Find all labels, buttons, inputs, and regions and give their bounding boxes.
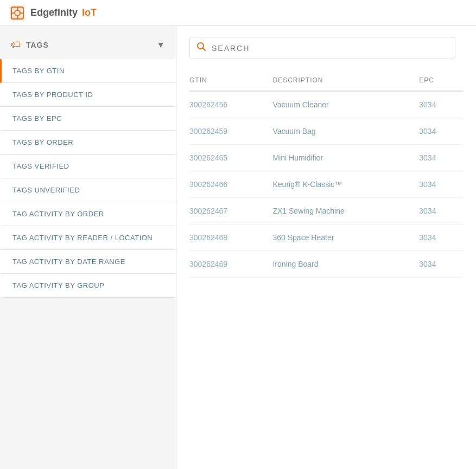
- cell-gtin: 300262466: [189, 171, 272, 198]
- cell-gtin: 300262465: [189, 145, 272, 171]
- app-header: Edgefinity IoT: [0, 0, 476, 26]
- logo-icon: [9, 4, 26, 22]
- table-body: 300262456 Vacuum Cleaner 3034 300262459 …: [189, 91, 463, 278]
- cell-description: ZX1 Sewing Machine: [272, 198, 419, 224]
- table-row: 300262459 Vacuum Bag 3034: [189, 118, 463, 145]
- cell-description: Keurig® K-Classic™: [272, 171, 419, 198]
- sidebar-item-tag-activity-by-order[interactable]: TAG ACTIVITY BY ORDER: [0, 202, 176, 226]
- cell-epc: 3034: [419, 145, 463, 171]
- table-header: GTIN DESCRIPTION EPC: [189, 72, 463, 91]
- cell-gtin: 300262456: [189, 91, 272, 118]
- sidebar-item-tags-unverified[interactable]: TAGS UNVERIFIED: [0, 178, 176, 202]
- data-table: GTIN DESCRIPTION EPC 300262456 Vacuum Cl…: [189, 72, 463, 278]
- cell-epc: 3034: [419, 251, 463, 278]
- table-row: 300262465 Mini Humidifier 3034: [189, 145, 463, 171]
- app-logo: Edgefinity IoT: [9, 4, 97, 22]
- sidebar-item-tag-activity-by-group[interactable]: TAG ACTIVITY BY GROUP: [0, 274, 176, 298]
- table-row: 300262467 ZX1 Sewing Machine 3034: [189, 198, 463, 224]
- chevron-down-icon[interactable]: ▼: [156, 40, 165, 50]
- sidebar: 🏷 TAGS ▼ TAGS BY GTIN TAGS BY PRODUCT ID…: [0, 26, 176, 469]
- sidebar-item-tags-by-order[interactable]: TAGS BY ORDER: [0, 131, 176, 155]
- table-row: 300262466 Keurig® K-Classic™ 3034: [189, 171, 463, 198]
- search-icon: [196, 42, 206, 54]
- cell-description: Vacuum Bag: [272, 118, 419, 145]
- sidebar-tags-header: 🏷 TAGS ▼: [0, 35, 176, 55]
- cell-epc: 3034: [419, 118, 463, 145]
- sidebar-item-tag-activity-by-reader[interactable]: TAG ACTIVITY BY READER / LOCATION: [0, 226, 176, 250]
- sidebar-item-tags-by-product-id[interactable]: TAGS BY PRODUCT ID: [0, 83, 176, 107]
- cell-epc: 3034: [419, 198, 463, 224]
- cell-epc: 3034: [419, 224, 463, 251]
- cell-gtin: 300262467: [189, 198, 272, 224]
- cell-gtin: 300262469: [189, 251, 272, 278]
- app-title-edgefinity: Edgefinity: [30, 7, 78, 18]
- table-row: 300262469 Ironing Board 3034: [189, 251, 463, 278]
- table-row: 300262468 360 Space Heater 3034: [189, 224, 463, 251]
- sidebar-item-tags-by-epc[interactable]: TAGS BY EPC: [0, 107, 176, 131]
- svg-line-8: [203, 48, 206, 51]
- sidebar-item-tags-by-gtin[interactable]: TAGS BY GTIN: [0, 59, 176, 83]
- cell-gtin: 300262459: [189, 118, 272, 145]
- tag-icon: 🏷: [11, 39, 21, 50]
- tags-label: TAGS: [26, 41, 49, 49]
- content-area: GTIN DESCRIPTION EPC 300262456 Vacuum Cl…: [176, 26, 476, 469]
- col-header-gtin: GTIN: [189, 72, 272, 91]
- cell-epc: 3034: [419, 91, 463, 118]
- cell-description: Mini Humidifier: [272, 145, 419, 171]
- col-header-description: DESCRIPTION: [272, 72, 419, 91]
- sidebar-item-tag-activity-by-date-range[interactable]: TAG ACTIVITY BY DATE RANGE: [0, 250, 176, 274]
- cell-description: 360 Space Heater: [272, 224, 419, 251]
- table-row: 300262456 Vacuum Cleaner 3034: [189, 91, 463, 118]
- cell-gtin: 300262468: [189, 224, 272, 251]
- sidebar-item-tags-verified[interactable]: TAGS VERIFIED: [0, 155, 176, 178]
- cell-description: Vacuum Cleaner: [272, 91, 419, 118]
- col-header-epc: EPC: [419, 72, 463, 91]
- cell-description: Ironing Board: [272, 251, 419, 278]
- search-bar: [189, 37, 455, 59]
- cell-epc: 3034: [419, 171, 463, 198]
- search-input[interactable]: [212, 44, 448, 53]
- app-title-iot: IoT: [82, 7, 97, 18]
- main-layout: 🏷 TAGS ▼ TAGS BY GTIN TAGS BY PRODUCT ID…: [0, 26, 476, 469]
- sidebar-tags-header-left: 🏷 TAGS: [11, 39, 49, 50]
